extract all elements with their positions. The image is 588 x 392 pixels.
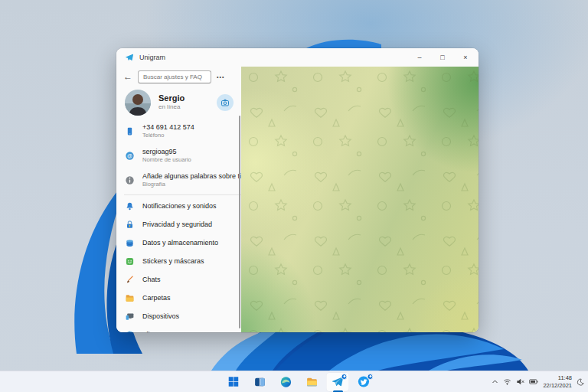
tray-chevron-up-icon[interactable] xyxy=(492,378,498,385)
bio-label: Biografía xyxy=(142,181,235,188)
close-button[interactable]: × xyxy=(454,48,477,67)
taskbar: 11:48 22/12/2021 xyxy=(0,371,588,392)
minimize-button[interactable]: – xyxy=(408,48,431,67)
settings-panel: ← ••• Sergio en l xyxy=(116,67,241,332)
file-explorer-icon xyxy=(305,376,318,388)
at-icon: @ xyxy=(116,151,142,161)
desktop: Unigram – □ × ← ••• xyxy=(0,0,588,392)
window-title: Unigram xyxy=(139,54,408,61)
svg-text:@: @ xyxy=(127,152,132,158)
clock-date: 22/12/2021 xyxy=(543,382,572,389)
phone-label: Teléfono xyxy=(142,132,194,139)
battery-icon[interactable] xyxy=(529,377,538,386)
telegram-logo-icon xyxy=(125,53,134,62)
focus-assist-moon-icon[interactable] xyxy=(577,378,584,386)
start-icon xyxy=(227,376,239,387)
sticker-icon xyxy=(116,256,142,266)
bio-value: Añade algunas palabras sobre ti xyxy=(142,172,235,181)
menu-item-stickers[interactable]: Stickers y máscaras xyxy=(116,252,241,270)
devices-icon xyxy=(116,312,142,322)
more-options-button[interactable]: ••• xyxy=(217,74,224,80)
profile-name: Sergio xyxy=(158,93,217,103)
menu-item-chats[interactable]: Chats xyxy=(116,270,241,289)
avatar[interactable] xyxy=(125,90,151,116)
wifi-icon[interactable] xyxy=(503,377,511,386)
menu-item-devices[interactable]: Dispositivos xyxy=(116,307,241,325)
bell-icon xyxy=(116,201,142,211)
volume-muted-icon[interactable] xyxy=(516,377,524,386)
menu-item-notifications[interactable]: Notificaciones y sonidos xyxy=(116,197,241,215)
brush-icon xyxy=(116,275,142,285)
phone-value: +34 691 412 574 xyxy=(142,123,194,132)
panel-scrollbar[interactable] xyxy=(239,116,241,328)
menu-item-privacy[interactable]: Privacidad y seguridad xyxy=(116,215,241,234)
camera-icon xyxy=(220,98,230,107)
username-field[interactable]: @ sergioag95 Nombre de usuario xyxy=(116,143,241,168)
menu-item-language[interactable]: Idioma xyxy=(116,325,241,332)
username-value: sergioag95 xyxy=(142,148,191,156)
search-input[interactable] xyxy=(138,70,211,83)
twitter-notification-badge xyxy=(367,374,373,380)
titlebar[interactable]: Unigram – □ × xyxy=(116,48,479,67)
unigram-taskbar-button[interactable] xyxy=(326,373,348,391)
phone-icon xyxy=(116,126,142,136)
unigram-window: Unigram – □ × ← ••• xyxy=(116,48,479,332)
edit-photo-button[interactable] xyxy=(217,94,234,111)
phone-field[interactable]: +34 691 412 574 Teléfono xyxy=(116,119,241,143)
folder-icon xyxy=(116,293,142,303)
unigram-notification-badge xyxy=(341,374,347,380)
menu-item-data-storage[interactable]: Datos y almacenamiento xyxy=(116,234,241,252)
info-icon xyxy=(116,175,142,185)
chat-doodle-pattern xyxy=(241,67,479,332)
task-view-icon xyxy=(253,376,266,388)
lock-icon xyxy=(116,220,142,230)
database-icon xyxy=(116,238,142,248)
divider xyxy=(124,194,241,195)
profile-section[interactable]: Sergio en línea xyxy=(116,87,241,119)
menu-item-folders[interactable]: Carpetas xyxy=(116,289,241,307)
start-button[interactable] xyxy=(222,373,244,391)
file-explorer-button[interactable] xyxy=(300,373,322,391)
edge-icon xyxy=(279,376,292,388)
task-view-button[interactable] xyxy=(248,373,270,391)
chat-background-pane xyxy=(241,67,479,332)
globe-icon xyxy=(116,330,142,333)
back-button[interactable]: ← xyxy=(123,72,132,81)
twitter-taskbar-button[interactable] xyxy=(352,373,374,391)
clock-time: 11:48 xyxy=(543,374,572,381)
username-label: Nombre de usuario xyxy=(142,156,191,164)
clock[interactable]: 11:48 22/12/2021 xyxy=(543,374,572,389)
edge-button[interactable] xyxy=(274,373,296,391)
maximize-button[interactable]: □ xyxy=(431,48,454,67)
bio-field[interactable]: Añade algunas palabras sobre ti Biografí… xyxy=(116,168,241,192)
profile-status: en línea xyxy=(158,103,217,111)
